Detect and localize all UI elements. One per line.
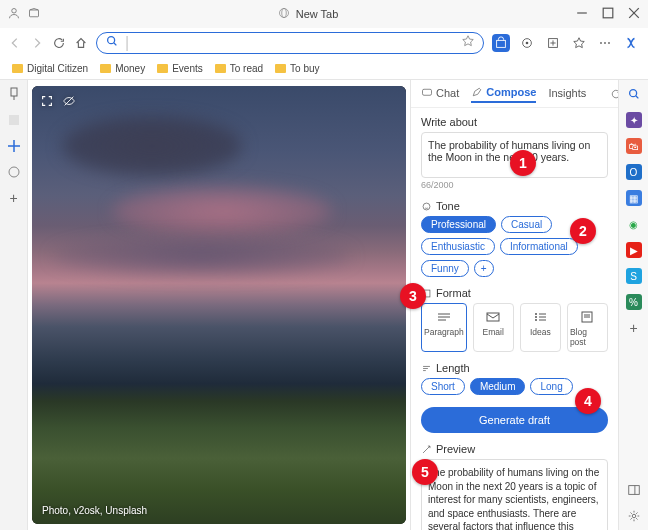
format-paragraph[interactable]: Paragraph xyxy=(421,303,467,352)
bookmark-folder[interactable]: Events xyxy=(157,63,203,74)
bookmark-folder[interactable]: To read xyxy=(215,63,263,74)
tone-casual[interactable]: Casual xyxy=(501,216,552,233)
sidebar-search-icon[interactable] xyxy=(626,86,642,102)
bookmark-folder[interactable]: Money xyxy=(100,63,145,74)
tab-title: New Tab xyxy=(296,8,339,20)
tab-favicon xyxy=(278,7,290,21)
callout-3: 3 xyxy=(400,283,426,309)
collections-icon[interactable] xyxy=(544,34,562,52)
tab-pin-icon[interactable] xyxy=(6,86,22,102)
sidebar-add-icon[interactable]: + xyxy=(626,320,642,336)
tone-add[interactable]: + xyxy=(474,260,494,277)
callout-4: 4 xyxy=(575,388,601,414)
svg-rect-29 xyxy=(487,313,499,321)
panel-tabs: Chat Compose Insights ⋯ xyxy=(411,80,618,108)
svg-rect-16 xyxy=(11,88,17,96)
svg-point-19 xyxy=(9,167,19,177)
tab-item[interactable] xyxy=(6,112,22,128)
callout-1: 1 xyxy=(510,150,536,176)
svg-rect-10 xyxy=(497,40,506,47)
tone-professional[interactable]: Professional xyxy=(421,216,496,233)
svg-line-43 xyxy=(635,96,638,99)
favorite-icon[interactable] xyxy=(461,34,475,52)
folder-icon xyxy=(100,64,111,73)
svg-point-0 xyxy=(12,9,17,14)
sidebar-skype-icon[interactable]: S xyxy=(626,268,642,284)
length-long[interactable]: Long xyxy=(530,378,572,395)
svg-point-8 xyxy=(108,37,115,44)
svg-point-30 xyxy=(535,313,537,315)
new-tab-button[interactable]: + xyxy=(6,190,22,206)
address-input[interactable] xyxy=(135,37,455,49)
tone-informational[interactable]: Informational xyxy=(500,238,578,255)
minimize-button[interactable] xyxy=(576,5,588,23)
format-email[interactable]: Email xyxy=(473,303,514,352)
format-label: Format xyxy=(421,287,608,299)
tab-insights[interactable]: Insights xyxy=(548,87,586,102)
right-sidebar: ✦ 🛍 O ▦ ◉ ▶ S % + xyxy=(618,80,648,530)
svg-point-42 xyxy=(629,90,636,97)
sidebar-youtube-icon[interactable]: ▶ xyxy=(626,242,642,258)
bookmark-folder[interactable]: Digital Citizen xyxy=(12,63,88,74)
svg-point-34 xyxy=(535,319,537,321)
back-button[interactable] xyxy=(8,36,22,50)
format-blogpost[interactable]: Blog post xyxy=(567,303,608,352)
tone-funny[interactable]: Funny xyxy=(421,260,469,277)
menu-icon[interactable]: ⋯ xyxy=(596,34,614,52)
copilot-icon[interactable] xyxy=(622,34,640,52)
svg-rect-44 xyxy=(628,486,639,495)
folder-icon xyxy=(12,64,23,73)
tone-label: Tone xyxy=(421,200,608,212)
preview-label: Preview xyxy=(421,443,608,455)
search-icon xyxy=(105,34,119,52)
tab-compose[interactable]: Compose xyxy=(471,86,536,103)
svg-line-9 xyxy=(114,43,117,46)
sidebar-games-icon[interactable]: ◉ xyxy=(626,216,642,232)
sidebar-app-icon[interactable]: % xyxy=(626,294,642,310)
window-titlebar: New Tab xyxy=(0,0,648,28)
extensions-icon[interactable] xyxy=(518,34,536,52)
length-medium[interactable]: Medium xyxy=(470,378,526,395)
folder-icon xyxy=(215,64,226,73)
home-button[interactable] xyxy=(74,36,88,50)
tab-chat[interactable]: Chat xyxy=(421,87,459,102)
address-bar[interactable]: | xyxy=(96,32,484,54)
sidebar-office-icon[interactable]: ▦ xyxy=(626,190,642,206)
tone-enthusiastic[interactable]: Enthusiastic xyxy=(421,238,495,255)
tab-item[interactable] xyxy=(6,138,22,154)
length-short[interactable]: Short xyxy=(421,378,465,395)
newtab-background: Photo, v2osk, Unsplash xyxy=(32,86,406,524)
maximize-button[interactable] xyxy=(602,5,614,23)
svg-rect-18 xyxy=(9,115,19,125)
bookmark-folder[interactable]: To buy xyxy=(275,63,319,74)
sidebar-collapse-icon[interactable] xyxy=(626,482,642,498)
preview-output: The probability of humans living on the … xyxy=(421,459,608,530)
expand-icon[interactable] xyxy=(40,94,54,112)
sidebar-outlook-icon[interactable]: O xyxy=(626,164,642,180)
sidebar-tools-icon[interactable]: ✦ xyxy=(626,112,642,128)
length-label: Length xyxy=(421,362,608,374)
visibility-icon[interactable] xyxy=(62,94,76,112)
sidebar-shopping-icon[interactable]: 🛍 xyxy=(626,138,642,154)
format-ideas[interactable]: Ideas xyxy=(520,303,561,352)
svg-rect-5 xyxy=(603,8,613,18)
compose-panel: Chat Compose Insights ⋯ Write about The … xyxy=(410,80,618,530)
vertical-tabs: + xyxy=(0,80,28,530)
callout-5: 5 xyxy=(412,459,438,485)
svg-rect-21 xyxy=(423,89,432,95)
profile-icon[interactable] xyxy=(8,5,20,23)
browser-toolbar: | ⋯ xyxy=(0,28,648,58)
forward-button[interactable] xyxy=(30,36,44,50)
favorites-icon[interactable] xyxy=(570,34,588,52)
tab-item[interactable] xyxy=(6,164,22,180)
refresh-button[interactable] xyxy=(52,36,66,50)
sidebar-settings-icon[interactable] xyxy=(626,508,642,524)
folder-icon xyxy=(275,64,286,73)
shopping-icon[interactable] xyxy=(492,34,510,52)
svg-point-12 xyxy=(526,42,529,45)
svg-point-3 xyxy=(281,9,286,18)
close-button[interactable] xyxy=(628,5,640,23)
folder-icon xyxy=(157,64,168,73)
workspace-icon[interactable] xyxy=(28,5,40,23)
svg-point-2 xyxy=(279,9,288,18)
